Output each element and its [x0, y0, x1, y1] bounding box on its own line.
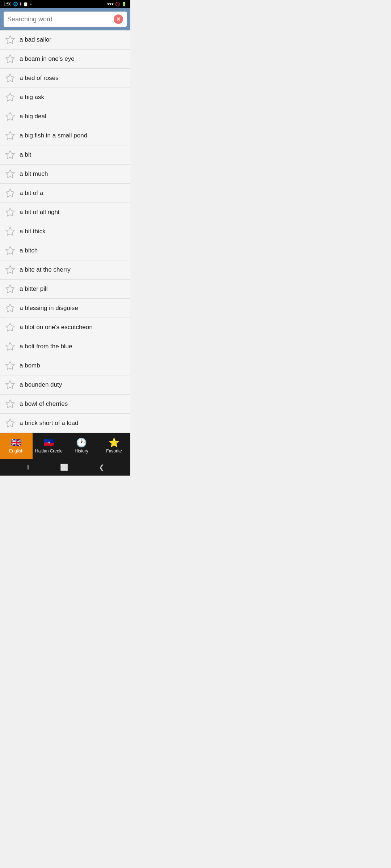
- list-item[interactable]: a bite at the cherry: [0, 260, 130, 280]
- svg-marker-3: [6, 93, 14, 101]
- star-icon[interactable]: [5, 322, 15, 332]
- word-text: a bit thick: [20, 228, 46, 235]
- star-icon[interactable]: [5, 188, 15, 198]
- battery-icon: 🔋: [122, 2, 127, 7]
- list-item[interactable]: a bitter pill: [0, 280, 130, 299]
- star-icon[interactable]: [5, 169, 15, 179]
- list-item[interactable]: a big deal: [0, 107, 130, 126]
- clear-button[interactable]: ✕: [114, 14, 123, 24]
- star-icon[interactable]: [5, 418, 15, 428]
- svg-marker-16: [6, 342, 14, 350]
- status-bar: 1:50 🌐 ℹ 📋 • ▾▾▾ 🚫 🔋: [0, 0, 130, 8]
- star-icon[interactable]: [5, 226, 15, 237]
- word-text: a bed of roses: [20, 75, 59, 82]
- star-icon[interactable]: [5, 35, 15, 45]
- list-item[interactable]: a big ask: [0, 88, 130, 107]
- word-text: a bit: [20, 151, 31, 158]
- star-icon[interactable]: [5, 92, 15, 102]
- globe-icon: 🌐: [13, 2, 18, 7]
- list-item[interactable]: a bit: [0, 145, 130, 165]
- haitian-creole-icon: 🇭🇹: [43, 438, 54, 447]
- list-item[interactable]: a bounden duty: [0, 375, 130, 395]
- word-text: a brick short of a load: [20, 420, 79, 427]
- list-item[interactable]: a bitch: [0, 241, 130, 260]
- word-text: a bit much: [20, 170, 48, 178]
- word-text: a bad sailor: [20, 36, 51, 43]
- svg-marker-8: [6, 189, 14, 197]
- haitian-creole-label: Haitian Creole: [35, 448, 63, 454]
- nav-item-haitian-creole[interactable]: 🇭🇹 Haitian Creole: [33, 433, 65, 459]
- list-item[interactable]: a bowl of cherries: [0, 395, 130, 414]
- dot-icon: •: [30, 2, 31, 6]
- list-item[interactable]: a bad sailor: [0, 30, 130, 50]
- recent-apps-button[interactable]: ⦀: [26, 464, 29, 471]
- list-item[interactable]: a bit of a: [0, 184, 130, 203]
- star-icon[interactable]: [5, 380, 15, 390]
- star-icon[interactable]: [5, 284, 15, 294]
- star-icon[interactable]: [5, 361, 15, 371]
- star-icon[interactable]: [5, 303, 15, 313]
- svg-marker-1: [6, 55, 14, 63]
- back-button[interactable]: ❮: [99, 463, 104, 471]
- android-nav-bar: ⦀ ⬜ ❮: [0, 459, 130, 476]
- list-item[interactable]: a bit much: [0, 165, 130, 184]
- word-text: a bitter pill: [20, 285, 47, 293]
- list-item[interactable]: a beam in one's eye: [0, 50, 130, 69]
- info-icon: ℹ: [20, 2, 21, 7]
- history-label: History: [75, 448, 88, 454]
- svg-marker-14: [6, 304, 14, 312]
- search-bar: ✕: [0, 8, 130, 30]
- star-icon[interactable]: [5, 265, 15, 275]
- word-text: a blessing in disguise: [20, 305, 78, 312]
- nav-item-english[interactable]: 🇬🇧 English: [0, 433, 33, 459]
- list-item[interactable]: a blessing in disguise: [0, 299, 130, 318]
- status-time: 1:50: [4, 2, 11, 6]
- word-list: a bad sailor a beam in one's eye a bed o…: [0, 30, 130, 433]
- english-label: English: [9, 448, 23, 454]
- svg-marker-11: [6, 246, 14, 254]
- svg-marker-2: [6, 74, 14, 82]
- star-icon[interactable]: [5, 54, 15, 64]
- word-text: a bounden duty: [20, 381, 62, 388]
- word-text: a bolt from the blue: [20, 343, 72, 350]
- star-icon[interactable]: [5, 111, 15, 122]
- search-input[interactable]: [7, 16, 114, 23]
- favorite-icon: ⭐: [109, 438, 119, 447]
- word-text: a bit of a: [20, 190, 43, 197]
- clipboard-icon: 📋: [23, 2, 28, 7]
- svg-marker-10: [6, 227, 14, 235]
- home-button[interactable]: ⬜: [60, 463, 68, 471]
- svg-marker-15: [6, 323, 14, 331]
- list-item[interactable]: a blot on one's escutcheon: [0, 318, 130, 337]
- word-text: a big fish in a small pond: [20, 132, 87, 139]
- svg-marker-17: [6, 361, 14, 369]
- svg-marker-5: [6, 131, 14, 139]
- nav-item-history[interactable]: 🕐 History: [65, 433, 98, 459]
- star-icon[interactable]: [5, 150, 15, 160]
- list-item[interactable]: a bomb: [0, 356, 130, 375]
- word-text: a bowl of cherries: [20, 400, 68, 408]
- word-text: a beam in one's eye: [20, 55, 75, 63]
- star-icon[interactable]: [5, 341, 15, 352]
- star-icon[interactable]: [5, 246, 15, 256]
- word-text: a big ask: [20, 94, 44, 101]
- svg-marker-4: [6, 112, 14, 120]
- list-item[interactable]: a big fish in a small pond: [0, 126, 130, 145]
- svg-marker-0: [6, 35, 14, 43]
- star-icon[interactable]: [5, 399, 15, 409]
- list-item[interactable]: a brick short of a load: [0, 414, 130, 433]
- star-icon[interactable]: [5, 73, 15, 83]
- svg-marker-9: [6, 208, 14, 216]
- list-item[interactable]: a bolt from the blue: [0, 337, 130, 356]
- favorite-label: Favorite: [106, 448, 122, 454]
- word-text: a blot on one's escutcheon: [20, 324, 93, 331]
- star-icon[interactable]: [5, 131, 15, 141]
- history-icon: 🕐: [76, 438, 87, 447]
- star-icon[interactable]: [5, 207, 15, 217]
- list-item[interactable]: a bed of roses: [0, 69, 130, 88]
- svg-marker-12: [6, 265, 14, 273]
- nav-item-favorite[interactable]: ⭐ Favorite: [98, 433, 130, 459]
- list-item[interactable]: a bit of all right: [0, 203, 130, 222]
- wifi-icon: ▾▾▾: [107, 2, 114, 7]
- list-item[interactable]: a bit thick: [0, 222, 130, 241]
